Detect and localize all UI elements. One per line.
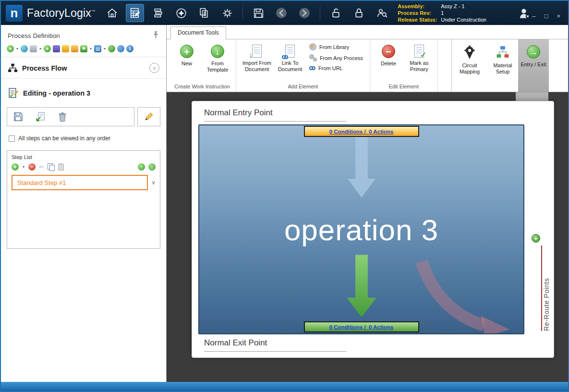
from-template-button[interactable]: ↓ From Template bbox=[202, 42, 233, 73]
dropdown-caret-icon[interactable]: ▾ bbox=[23, 165, 24, 169]
toolbar-separator bbox=[320, 6, 320, 20]
dropdown-caret-icon[interactable]: ▾ bbox=[39, 47, 41, 51]
pin-button[interactable] bbox=[152, 31, 159, 40]
status-icon[interactable] bbox=[117, 45, 124, 52]
stacked-sheets-icon bbox=[152, 7, 165, 20]
app-name: FactoryLogix™ bbox=[27, 7, 95, 20]
cut-icon[interactable]: ✂ bbox=[39, 164, 44, 170]
delete-button[interactable]: − Delete bbox=[373, 42, 404, 67]
lock-button[interactable] bbox=[350, 4, 368, 22]
forward-button[interactable] bbox=[295, 4, 314, 22]
mark-as-primary-label: Mark as Primary bbox=[404, 60, 435, 73]
new-icon: + bbox=[180, 45, 194, 58]
work-instructions-button[interactable] bbox=[126, 4, 144, 22]
from-url-button[interactable]: From URL bbox=[309, 65, 363, 71]
material-setup-icon bbox=[496, 45, 510, 60]
window-controls: – □ × bbox=[532, 13, 560, 19]
dropdown-caret-icon[interactable]: ▾ bbox=[90, 47, 92, 51]
team-icon[interactable] bbox=[71, 45, 78, 52]
group-label-edit-element: Edit Element bbox=[372, 83, 436, 92]
process-rev-value: 1 bbox=[441, 10, 486, 16]
info-icon[interactable]: i bbox=[126, 45, 133, 52]
dropdown-caret-icon[interactable]: ▾ bbox=[104, 47, 106, 51]
panel-title: Process Definition bbox=[8, 32, 60, 39]
copy-icon[interactable] bbox=[48, 163, 55, 171]
navigation-button[interactable] bbox=[172, 4, 190, 22]
refresh-icon[interactable]: + bbox=[44, 45, 51, 52]
dropdown-caret-icon[interactable]: ▾ bbox=[16, 47, 18, 51]
edit-checklist-icon bbox=[8, 87, 19, 98]
circuit-mapping-button[interactable]: Circuit Mapping bbox=[452, 39, 487, 92]
add-icon[interactable]: + bbox=[7, 45, 14, 52]
lock-icon bbox=[352, 7, 365, 20]
step-expand-chevron-icon[interactable]: ∨ bbox=[151, 179, 156, 186]
audit-search-icon bbox=[375, 7, 388, 20]
import-from-document-button[interactable]: ↓ Import From Document bbox=[239, 42, 275, 73]
test-flask-icon[interactable] bbox=[62, 45, 69, 52]
save-icon bbox=[13, 111, 24, 122]
home-icon bbox=[106, 7, 119, 20]
process-rev-label: Process Rev: bbox=[398, 10, 437, 16]
save-button[interactable] bbox=[249, 4, 267, 22]
import-document-icon bbox=[35, 111, 46, 122]
app-logo: n bbox=[6, 5, 23, 22]
gear-icon bbox=[221, 7, 234, 20]
toolbar-separator bbox=[242, 6, 243, 20]
move-up-icon[interactable]: ↑ bbox=[138, 163, 145, 171]
ribbon-group-add-element: ↓ Import From Document Link To Document … bbox=[236, 39, 370, 92]
web-link-icon[interactable] bbox=[21, 45, 28, 52]
trash-icon bbox=[57, 111, 68, 122]
entry-exit-button[interactable]: → Entry / Exit bbox=[518, 39, 549, 92]
unlock-button[interactable] bbox=[327, 4, 345, 22]
collapse-button[interactable]: ∨ bbox=[149, 63, 159, 73]
ribbon-spacer bbox=[438, 39, 451, 92]
entry-conditions-link[interactable]: 0 Conditions / 0 Actions bbox=[304, 126, 419, 137]
maximize-button[interactable]: □ bbox=[545, 13, 548, 19]
unlock-icon bbox=[329, 7, 342, 20]
settings-button[interactable] bbox=[218, 4, 236, 22]
audit-button[interactable] bbox=[373, 4, 391, 22]
from-template-label: From Template bbox=[202, 61, 233, 73]
link-to-document-button[interactable]: Link To Document bbox=[275, 42, 305, 73]
any-order-checkbox[interactable] bbox=[9, 135, 15, 142]
minimize-button[interactable]: – bbox=[532, 13, 535, 19]
normal-entry-point-label: Normal Entry Point bbox=[204, 108, 273, 118]
ribbon-group-edit-element: − Delete ✓ Mark as Primary Edit Element bbox=[370, 39, 438, 92]
edit-pencil-button[interactable] bbox=[138, 108, 160, 126]
import-step-button[interactable] bbox=[29, 108, 51, 126]
chain-link-icon bbox=[282, 55, 288, 59]
mark-as-primary-button[interactable]: ✓ Mark as Primary bbox=[404, 42, 435, 73]
home-button[interactable] bbox=[103, 4, 121, 22]
ribbon-end-spacer bbox=[549, 39, 568, 92]
new-button[interactable]: + New bbox=[171, 42, 202, 67]
remove-step-icon[interactable]: − bbox=[28, 163, 36, 171]
add-step-icon[interactable]: + bbox=[12, 163, 19, 171]
import-from-document-icon: ↓ bbox=[252, 45, 262, 58]
print-icon[interactable] bbox=[30, 45, 37, 52]
history-icon[interactable] bbox=[108, 45, 115, 52]
layers-icon[interactable]: ▤ bbox=[94, 45, 101, 52]
flag-icon[interactable]: ⚑ bbox=[80, 45, 87, 52]
step-item-standard-step-1[interactable]: Standard Step #1 bbox=[12, 175, 148, 190]
tab-document-tools[interactable]: Document Tools bbox=[170, 26, 226, 39]
trademark: ™ bbox=[91, 9, 95, 13]
process-flow-section[interactable]: Process Flow ∨ bbox=[1, 57, 166, 78]
delete-step-button[interactable] bbox=[51, 108, 73, 126]
app-name-text: FactoryLogix bbox=[27, 7, 91, 19]
move-down-icon[interactable]: ↓ bbox=[148, 163, 156, 171]
batch-records-button[interactable] bbox=[149, 4, 167, 22]
add-reroute-point-button[interactable]: + bbox=[532, 234, 540, 243]
material-setup-button[interactable]: Material Setup bbox=[487, 39, 518, 92]
entry-exit-tab-connector bbox=[516, 92, 548, 101]
logout-user-button[interactable] bbox=[518, 7, 531, 22]
group-label-create-work-instruction: Create Work Instruction bbox=[170, 83, 234, 92]
exit-conditions-link[interactable]: 0 Conditions / 0 Actions bbox=[304, 321, 419, 332]
from-library-button[interactable]: ★ From Library bbox=[309, 43, 363, 50]
close-button[interactable]: × bbox=[557, 13, 560, 19]
documents-button[interactable] bbox=[195, 4, 213, 22]
back-button[interactable] bbox=[272, 4, 291, 22]
save-step-button[interactable] bbox=[7, 108, 29, 126]
person-icon[interactable] bbox=[53, 45, 60, 52]
operation-node[interactable]: operation 3 0 Conditions / 0 Actions 0 C… bbox=[198, 124, 524, 334]
from-any-process-button[interactable]: From Any Process bbox=[309, 54, 363, 61]
